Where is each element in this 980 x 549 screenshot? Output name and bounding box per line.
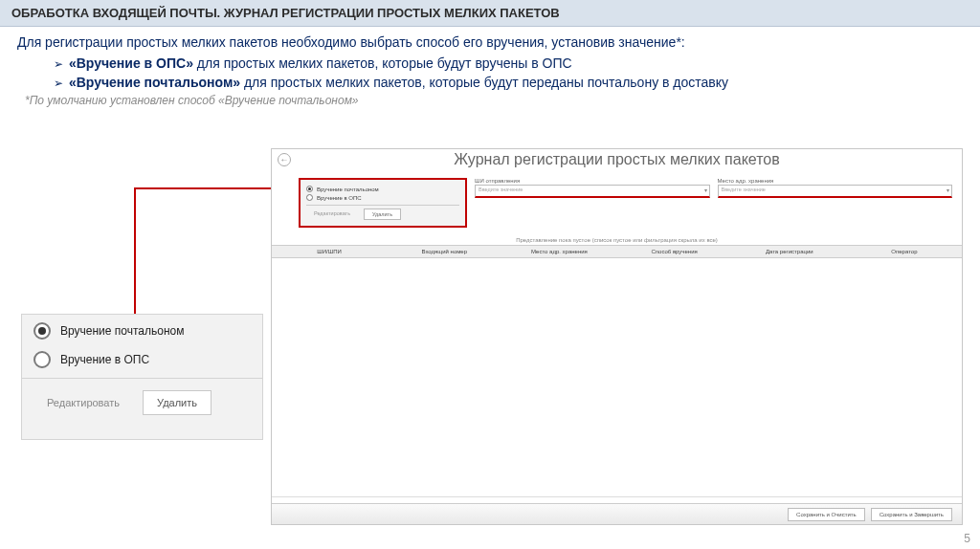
mini-radio-1[interactable]: Вручение почтальоном bbox=[306, 186, 459, 192]
mini-radio-2-label: Вручение в ОПС bbox=[317, 195, 362, 201]
col-operator[interactable]: Оператор bbox=[847, 249, 962, 254]
dropdown-icon[interactable]: ▾ bbox=[947, 187, 949, 193]
connector-horizontal bbox=[134, 187, 278, 189]
app-window: ← Журнал регистрации простых мелких паке… bbox=[271, 148, 963, 525]
field-shi-label: ШИ отправления bbox=[475, 178, 710, 184]
grid-header: ШИ/ШПИ Входящий номер Место адр. хранени… bbox=[272, 245, 962, 258]
bullet-1-rest: для простых мелких пакетов, которые буду… bbox=[193, 55, 572, 71]
slide-header: ОБРАБОТКА ВХОДЯЩЕЙ ПОЧТЫ. ЖУРНАЛ РЕГИСТР… bbox=[0, 0, 980, 27]
detail-radio-2[interactable]: Вручение в ОПС bbox=[22, 343, 262, 372]
field-shi-placeholder: Введите значение bbox=[479, 187, 523, 192]
bullet-2: ➢ «Вручение почтальоном» для простых мел… bbox=[54, 75, 963, 90]
page-number: 5 bbox=[964, 532, 970, 545]
radio-checked-icon[interactable] bbox=[306, 186, 313, 192]
field-shi: ШИ отправления Введите значение ▾ bbox=[475, 178, 710, 198]
col-incoming[interactable]: Входящий номер bbox=[387, 249, 501, 254]
back-button[interactable]: ← bbox=[278, 153, 291, 166]
bullet-1-term: «Вручение в ОПС» bbox=[69, 55, 193, 71]
mini-delivery-panel: Вручение почтальоном Вручение в ОПС Реда… bbox=[299, 178, 467, 228]
bullet-glyph: ➢ bbox=[54, 57, 63, 71]
col-shi[interactable]: ШИ/ШПИ bbox=[272, 249, 387, 254]
mini-edit-button[interactable]: Редактировать bbox=[306, 209, 358, 220]
field-storage-label: Место адр. хранения bbox=[718, 178, 953, 184]
mini-delete-button[interactable]: Удалить bbox=[364, 209, 401, 220]
footnote: *По умолчанию установлен способ «Вручени… bbox=[25, 94, 963, 107]
mini-radio-1-label: Вручение почтальоном bbox=[317, 187, 379, 192]
radio-empty-icon[interactable] bbox=[33, 351, 51, 368]
grid-body bbox=[272, 258, 962, 497]
bullet-glyph: ➢ bbox=[54, 77, 63, 90]
bullet-2-term: «Вручение почтальоном» bbox=[69, 75, 240, 90]
connector-vertical bbox=[134, 187, 136, 314]
field-storage-input[interactable]: Введите значение ▾ bbox=[718, 185, 953, 198]
bullet-2-rest: для простых мелких пакетов, которые буду… bbox=[240, 75, 728, 90]
save-finish-button[interactable]: Сохранить и Завершить bbox=[871, 508, 952, 521]
app-footer: Сохранить и Очистить Сохранить и Заверши… bbox=[272, 503, 962, 524]
intro-text: Для регистрации простых мелких пакетов н… bbox=[17, 34, 963, 50]
save-clear-button[interactable]: Сохранить и Очистить bbox=[788, 508, 865, 521]
dropdown-icon[interactable]: ▾ bbox=[704, 187, 707, 193]
col-date[interactable]: Дата регистрации bbox=[732, 249, 847, 254]
detail-radio-1[interactable]: Вручение почтальоном bbox=[22, 315, 262, 343]
col-storage[interactable]: Место адр. хранения bbox=[501, 249, 616, 254]
app-title: Журнал регистрации простых мелких пакето… bbox=[272, 149, 962, 174]
detail-radio-2-label: Вручение в ОПС bbox=[60, 353, 149, 366]
edit-button[interactable]: Редактировать bbox=[33, 390, 133, 415]
mini-button-row: Редактировать Удалить bbox=[306, 205, 459, 220]
detail-radio-1-label: Вручение почтальоном bbox=[60, 324, 184, 338]
content-area: Для регистрации простых мелких пакетов н… bbox=[0, 27, 980, 107]
col-delivery[interactable]: Способ вручения bbox=[617, 249, 732, 254]
radio-empty-icon[interactable] bbox=[306, 194, 313, 201]
field-storage-placeholder: Введите значение bbox=[722, 187, 766, 192]
grid-empty-hint: Представление пока пустое (список пустое… bbox=[272, 237, 962, 243]
detail-panel: Вручение почтальоном Вручение в ОПС Реда… bbox=[21, 314, 263, 440]
radio-checked-icon[interactable] bbox=[33, 322, 51, 340]
field-shi-input[interactable]: Введите значение ▾ bbox=[475, 185, 710, 198]
bullet-1: ➢ «Вручение в ОПС» для простых мелких па… bbox=[54, 55, 963, 71]
app-top-row: Вручение почтальоном Вручение в ОПС Реда… bbox=[272, 174, 962, 233]
mini-radio-2[interactable]: Вручение в ОПС bbox=[306, 194, 459, 201]
delete-button[interactable]: Удалить bbox=[143, 390, 212, 415]
detail-button-row: Редактировать Удалить bbox=[22, 378, 262, 428]
field-storage: Место адр. хранения Введите значение ▾ bbox=[718, 178, 953, 198]
